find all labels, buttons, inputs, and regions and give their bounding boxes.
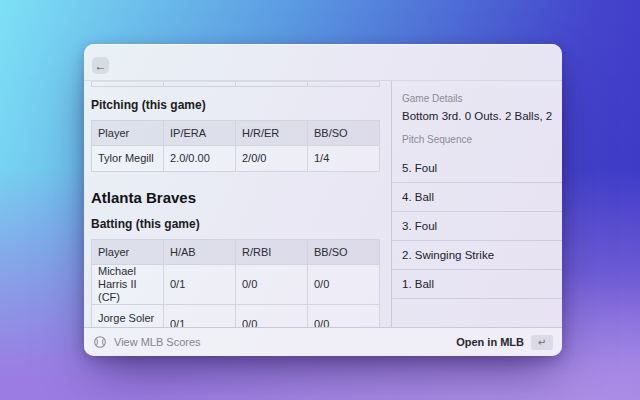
baseball-icon xyxy=(93,335,107,349)
pitching-table: Player IP/ERA H/R/ER BB/SO Tylor Megill … xyxy=(91,120,380,172)
list-item: 2. Swinging Strike xyxy=(392,241,562,270)
list-item: 3. Foul xyxy=(392,212,562,241)
enter-key-icon: ↵ xyxy=(531,335,553,350)
pitching-header-row: Player IP/ERA H/R/ER BB/SO xyxy=(92,121,380,146)
view-mlb-scores-label: View MLB Scores xyxy=(114,336,201,348)
stats-main-panel[interactable]: Pitching (this game) Player IP/ERA H/R/E… xyxy=(84,81,391,327)
table-row: Tylor Megill 2.0/0.00 2/0/0 1/4 xyxy=(92,146,380,172)
pitcher-bbso-cell: 1/4 xyxy=(308,146,380,172)
list-item: 1. Ball xyxy=(392,270,562,299)
pitching-col-bbso: BB/SO xyxy=(308,121,380,146)
game-details-label: Game Details xyxy=(402,93,552,104)
table-row: Jorge Soler (RF) 0/1 0/0 0/0 xyxy=(92,305,380,328)
back-arrow-icon: ← xyxy=(95,59,107,73)
batting-section-title: Batting (this game) xyxy=(91,217,381,231)
batter-name-cell: Jorge Soler (RF) xyxy=(92,305,164,328)
pitcher-name-cell: Tylor Megill xyxy=(92,146,164,172)
table-row: Michael Harris II (CF) 0/1 0/0 0/0 xyxy=(92,265,380,305)
batter-hab-cell: 0/1 xyxy=(164,265,236,305)
batter-hab-cell: 0/1 xyxy=(164,305,236,328)
batting-table: Player H/AB R/RBI BB/SO Michael Harris I… xyxy=(91,239,380,327)
team-heading: Atlanta Braves xyxy=(91,189,381,206)
back-button[interactable]: ← xyxy=(92,57,109,74)
app-window: ← Pitching (this game) Player IP/ERA H/R… xyxy=(84,44,562,356)
window-body: Pitching (this game) Player IP/ERA H/R/E… xyxy=(84,81,562,327)
batter-bbso-cell: 0/0 xyxy=(308,305,380,328)
pitching-col-player: Player xyxy=(92,121,164,146)
open-in-mlb-label: Open in MLB xyxy=(456,336,524,348)
view-mlb-scores-action[interactable]: View MLB Scores xyxy=(93,335,201,349)
batting-col-bbso: BB/SO xyxy=(308,240,380,265)
pitcher-hrer-cell: 2/0/0 xyxy=(236,146,308,172)
batting-col-rrbi: R/RBI xyxy=(236,240,308,265)
pitch-sequence-list: 5. Foul 4. Ball 3. Foul 2. Swinging Stri… xyxy=(392,154,562,299)
pitching-section-title: Pitching (this game) xyxy=(91,98,381,112)
window-header: ← xyxy=(84,44,562,81)
pitching-col-hrer: H/R/ER xyxy=(236,121,308,146)
batting-header-row: Player H/AB R/RBI BB/SO xyxy=(92,240,380,265)
action-bar: View MLB Scores Open in MLB ↵ xyxy=(84,327,562,356)
open-in-mlb-action[interactable]: Open in MLB ↵ xyxy=(456,335,553,350)
batter-bbso-cell: 0/0 xyxy=(308,265,380,305)
batting-col-hab: H/AB xyxy=(164,240,236,265)
game-details-value: Bottom 3rd. 0 Outs. 2 Balls, 2 Strik... xyxy=(402,110,552,122)
scrolled-table-fragment xyxy=(91,81,380,87)
pitcher-ipera-cell: 2.0/0.00 xyxy=(164,146,236,172)
batter-rrbi-cell: 0/0 xyxy=(236,305,308,328)
game-details-panel: Game Details Bottom 3rd. 0 Outs. 2 Balls… xyxy=(391,81,562,327)
list-item: 4. Ball xyxy=(392,183,562,212)
batter-name-cell: Michael Harris II (CF) xyxy=(92,265,164,305)
pitching-col-ipera: IP/ERA xyxy=(164,121,236,146)
list-item: 5. Foul xyxy=(392,154,562,183)
batting-col-player: Player xyxy=(92,240,164,265)
pitch-sequence-label: Pitch Sequence xyxy=(402,134,552,145)
batter-rrbi-cell: 0/0 xyxy=(236,265,308,305)
